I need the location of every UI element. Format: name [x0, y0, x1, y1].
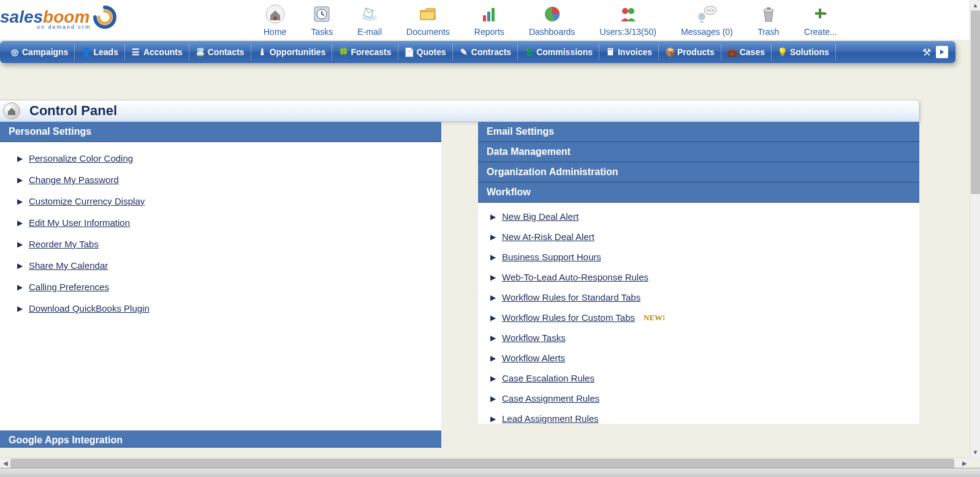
section-email-settings[interactable]: Email Settings: [478, 122, 919, 142]
triangle-icon: ▶: [490, 314, 496, 322]
nav-wrench-icon[interactable]: ⚒: [922, 47, 931, 58]
new-badge: NEW!: [644, 313, 665, 323]
nav-solutions[interactable]: 💡Solutions: [772, 44, 836, 60]
scroll-thumb-horizontal[interactable]: [10, 459, 954, 468]
toolbar-home[interactable]: Home: [264, 3, 286, 37]
top-toolbar: Home Tasks E-mail Documents Reports: [264, 0, 837, 37]
right-column: Email Settings Data Management Organizat…: [478, 122, 919, 448]
nav-accounts[interactable]: ☰Accounts: [125, 44, 189, 60]
note-icon: 📄: [405, 47, 414, 57]
section-data-management[interactable]: Data Management: [478, 142, 919, 162]
triangle-icon: ▶: [490, 293, 496, 302]
svg-rect-19: [815, 12, 825, 15]
link-big-deal-alert[interactable]: New Big Deal Alert: [502, 211, 579, 222]
nav-cases[interactable]: 💼Cases: [721, 44, 772, 60]
toolbar-documents[interactable]: Documents: [406, 3, 450, 37]
list-item: ▶Case Assignment Rules: [490, 393, 908, 404]
vertical-scrollbar[interactable]: ▲ ▼: [970, 0, 980, 457]
triangle-icon: ▶: [17, 154, 23, 163]
triangle-icon: ▶: [490, 273, 496, 282]
toolbar-email[interactable]: E-mail: [357, 3, 382, 37]
section-workflow-body: ▶New Big Deal Alert ▶New At-Risk Deal Al…: [478, 203, 919, 424]
scroll-down-icon[interactable]: ▼: [970, 447, 980, 457]
scroll-thumb-vertical[interactable]: [971, 10, 980, 194]
svg-point-14: [710, 10, 711, 11]
link-currency-display[interactable]: Customize Currency Display: [29, 196, 145, 206]
nav-invoices[interactable]: 🖩Invoices: [599, 44, 659, 60]
list-item: ▶Calling Preferences: [17, 282, 424, 292]
nav-quotes[interactable]: 📄Quotes: [398, 44, 453, 60]
nav-forecasts[interactable]: 🍀Forecasts: [332, 44, 398, 60]
link-support-hours[interactable]: Business Support Hours: [502, 252, 601, 262]
left-column: Personal Settings ▶Personalize Color Cod…: [0, 122, 441, 448]
nav-opportunities[interactable]: 🌡Opportunities: [251, 44, 333, 60]
svg-rect-7: [492, 8, 495, 21]
link-change-password[interactable]: Change My Password: [29, 175, 119, 185]
scroll-left-icon[interactable]: ◀: [0, 458, 10, 468]
link-calling-prefs[interactable]: Calling Preferences: [29, 282, 109, 292]
triangle-icon: ▶: [490, 212, 496, 221]
toolbar-create[interactable]: Create...: [804, 3, 837, 37]
page-header: Control Panel: [0, 100, 919, 122]
scroll-up-icon[interactable]: ▲: [970, 0, 980, 10]
triangle-icon: ▶: [17, 176, 23, 184]
link-share-calendar[interactable]: Share My Calendar: [29, 260, 108, 271]
link-case-assignment[interactable]: Case Assignment Rules: [502, 393, 599, 404]
list-item: ▶Change My Password: [17, 175, 424, 185]
nav-commissions[interactable]: 💲Commissions: [518, 44, 599, 60]
main-nav: ◎Campaigns 👤Leads ☰Accounts 📇Contacts 🌡O…: [0, 41, 955, 63]
link-workflow-standard[interactable]: Workflow Rules for Standard Tabs: [502, 292, 640, 302]
nav-scroll-right[interactable]: [936, 46, 948, 58]
toolbar-tasks[interactable]: Tasks: [311, 3, 333, 37]
link-web-to-lead[interactable]: Web-To-Lead Auto-Response Rules: [502, 272, 648, 282]
triangle-icon: ▶: [17, 304, 23, 313]
toolbar-reports[interactable]: Reports: [474, 3, 504, 37]
link-personalize-color[interactable]: Personalize Color Coding: [29, 153, 133, 163]
section-google-apps[interactable]: Google Apps Integration: [0, 430, 441, 448]
triangle-icon: ▶: [490, 253, 496, 261]
link-download-quickbooks[interactable]: Download QuickBooks Plugin: [29, 303, 150, 314]
logo[interactable]: salesboom on demand crm: [0, 0, 123, 34]
nav-leads[interactable]: 👤Leads: [75, 44, 124, 60]
toolbar-trash[interactable]: Trash: [758, 3, 780, 37]
thermometer-icon: 🌡: [257, 47, 267, 57]
nav-contacts[interactable]: 📇Contacts: [189, 44, 251, 60]
link-edit-user-info[interactable]: Edit My User Information: [29, 217, 130, 228]
link-workflow-tasks[interactable]: Workflow Tasks: [502, 332, 566, 343]
scroll-right-icon[interactable]: ▶: [959, 458, 970, 468]
toolbar-dashboards[interactable]: Dashboards: [529, 3, 575, 37]
chart-icon: [478, 3, 500, 25]
list-item: ▶Edit My User Information: [17, 217, 424, 228]
toolbar-users[interactable]: Users:3/13(50): [599, 3, 656, 37]
triangle-icon: ▶: [490, 394, 496, 403]
section-personal-settings[interactable]: Personal Settings: [0, 122, 441, 142]
pie-icon: [541, 3, 563, 25]
link-reorder-tabs[interactable]: Reorder My Tabs: [29, 239, 99, 249]
link-workflow-custom[interactable]: Workflow Rules for Custom Tabs: [502, 312, 635, 323]
nav-products[interactable]: 📦Products: [659, 44, 721, 60]
triangle-icon: ▶: [17, 219, 23, 227]
svg-rect-6: [487, 12, 490, 21]
nav-campaigns[interactable]: ◎Campaigns: [4, 44, 75, 60]
horizontal-scrollbar[interactable]: ◀ ▶: [0, 457, 970, 468]
svg-rect-1: [274, 17, 276, 20]
briefcase-icon: 💼: [727, 47, 737, 57]
link-at-risk-alert[interactable]: New At-Risk Deal Alert: [502, 231, 594, 242]
link-lead-assignment[interactable]: Lead Assignment Rules: [502, 413, 599, 424]
section-org-admin[interactable]: Organization Administration: [478, 162, 919, 182]
list-item: ▶Workflow Tasks: [490, 332, 908, 343]
page-home-icon[interactable]: [3, 102, 20, 119]
list-item: ▶Workflow Alerts: [490, 353, 908, 363]
pen-icon: ✎: [459, 47, 469, 57]
link-workflow-alerts[interactable]: Workflow Alerts: [502, 353, 565, 363]
toolbar-messages[interactable]: Messages (0): [681, 3, 733, 37]
triangle-icon: ▶: [17, 283, 23, 291]
target-icon: ◎: [10, 47, 20, 57]
stack-icon: ☰: [131, 47, 141, 57]
plus-icon: [810, 3, 832, 25]
nav-contracts[interactable]: ✎Contracts: [453, 44, 518, 60]
link-case-escalation[interactable]: Case Escalation Rules: [502, 373, 594, 383]
list-item: ▶Share My Calendar: [17, 260, 424, 271]
section-workflow[interactable]: Workflow: [478, 182, 919, 203]
logo-subtitle: on demand crm: [37, 24, 91, 30]
